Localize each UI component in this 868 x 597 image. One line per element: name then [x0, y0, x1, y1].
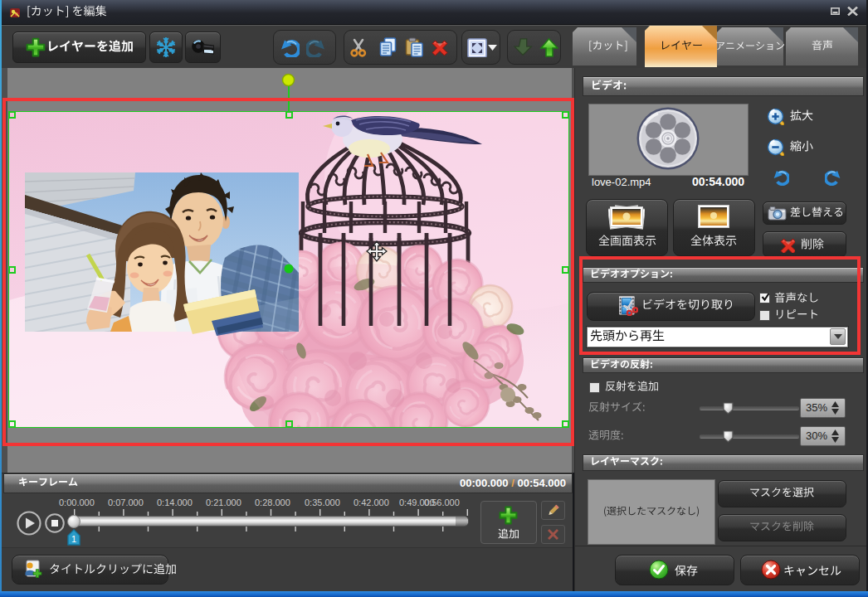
svg-text:1: 1: [71, 534, 76, 544]
